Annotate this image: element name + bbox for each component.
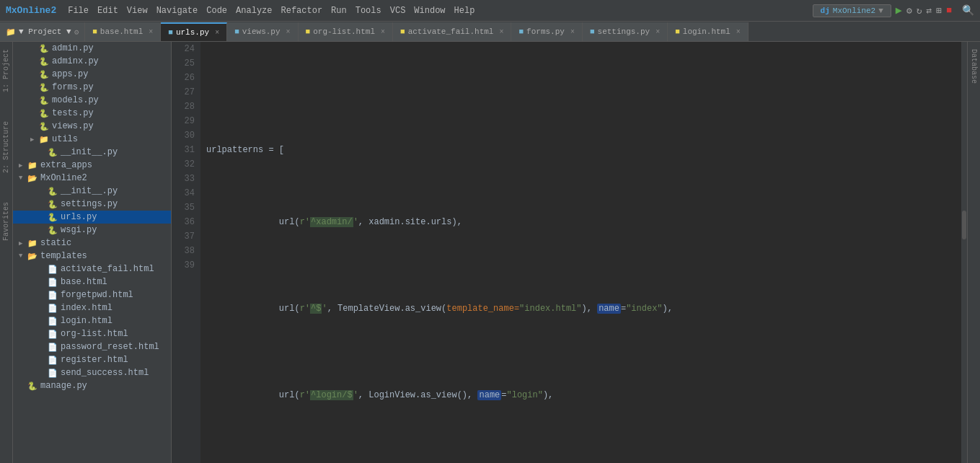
sidebar-item-forms-py[interactable]: 🐍 forms.py — [13, 81, 171, 94]
line-numbers: 24 25 26 27 28 29 30 31 32 33 34 35 36 3… — [172, 42, 200, 463]
project-selector[interactable]: dj MxOnline2 ▼ — [813, 4, 891, 17]
sidebar-label-adminx-py: adminx.py — [52, 56, 99, 66]
code-token: url( — [258, 390, 300, 400]
run-button[interactable]: ▶ — [896, 4, 902, 17]
sidebar-item-base-html[interactable]: 📄 base.html — [13, 275, 171, 288]
tab-base-html[interactable]: ■ base.html × — [85, 22, 161, 41]
menu-run[interactable]: Run — [331, 6, 347, 16]
sidebar-item-password-reset[interactable]: 📄 password_reset.html — [13, 340, 171, 353]
sidebar-label-admin-py: admin.py — [52, 43, 94, 53]
sidebar-label-base-html: base.html — [61, 277, 107, 287]
close-icon[interactable]: × — [655, 28, 660, 36]
sidebar-item-activate-fail[interactable]: 📄 activate_fail.html — [13, 263, 171, 275]
menu-tools[interactable]: Tools — [356, 6, 381, 16]
menu-analyze[interactable]: Analyze — [236, 6, 272, 16]
code-token: url( — [258, 304, 300, 314]
code-token: r'^login/$' — [300, 390, 358, 400]
settings-icon[interactable]: ⚙ — [906, 5, 912, 17]
sidebar-item-tests-py[interactable]: 🐍 tests.py — [13, 107, 171, 120]
tab-project-header[interactable]: 📁 ▼ Project ▼ ⚙ — [0, 22, 85, 41]
sync-icon[interactable]: ⇄ — [927, 5, 932, 17]
menu-navigate[interactable]: Navigate — [156, 6, 198, 16]
code-token: "index.html" — [519, 304, 581, 314]
close-icon[interactable]: × — [215, 29, 219, 37]
menu-code[interactable]: Code — [206, 6, 227, 16]
code-token: ), — [663, 304, 673, 314]
tab-urls-py[interactable]: ■ urls.py × — [161, 22, 227, 41]
menu-refactor[interactable]: Refactor — [281, 6, 323, 16]
left-panel-tabs: 1: Project 2: Structure Favorites — [0, 42, 13, 463]
code-line-26: url(r'^xadmin/', xadmin.site.urls), — [206, 200, 961, 244]
sidebar-item-init-utils[interactable]: 🐍 __init__.py — [13, 146, 171, 159]
left-tab-project[interactable]: 1: Project — [1, 42, 12, 100]
html-file-icon: 📄 — [48, 369, 58, 378]
sidebar-item-register-html[interactable]: 📄 register.html — [13, 353, 171, 366]
line-num-38: 38 — [177, 244, 195, 258]
code-editor[interactable]: urlpatterns = [ url(r'^xadmin/', xadmin.… — [200, 42, 961, 463]
sidebar: 🐍 admin.py 🐍 adminx.py 🐍 apps.py 🐍 forms… — [13, 42, 172, 463]
menu-view[interactable]: View — [127, 6, 148, 16]
sidebar-label-forms-py: forms.py — [52, 82, 94, 92]
close-icon[interactable]: × — [736, 28, 741, 36]
close-icon[interactable]: × — [149, 28, 153, 36]
sidebar-item-apps-py[interactable]: 🐍 apps.py — [13, 68, 171, 81]
sidebar-item-forgetpwd[interactable]: 📄 forgetpwd.html — [13, 288, 171, 301]
sidebar-item-models-py[interactable]: 🐍 models.py — [13, 94, 171, 107]
scrollbar-thumb[interactable] — [962, 211, 966, 239]
left-tab-structure[interactable]: 2: Structure — [1, 114, 12, 180]
code-token: r'^xadmin/' — [300, 217, 358, 227]
tab-label-org-list: org-list.html — [313, 27, 375, 36]
sidebar-item-wsgi-py[interactable]: 🐍 wsgi.py — [13, 224, 171, 237]
refresh-icon[interactable]: ↻ — [917, 5, 922, 17]
code-line-28: url(r'^login/$', LoginView.as_view(), na… — [206, 374, 961, 417]
code-container[interactable]: 24 25 26 27 28 29 30 31 32 33 34 35 36 3… — [172, 42, 967, 463]
sidebar-item-settings-py[interactable]: 🐍 settings.py — [13, 198, 171, 211]
vertical-scrollbar[interactable] — [961, 42, 967, 463]
sidebar-item-static[interactable]: ▶ 📁 static — [13, 237, 171, 250]
py-file-icon: 🐍 — [48, 148, 58, 157]
html-file-icon: 📄 — [48, 343, 58, 352]
close-icon[interactable]: × — [499, 28, 503, 36]
sidebar-item-adminx-py[interactable]: 🐍 adminx.py — [13, 55, 171, 68]
close-icon[interactable]: × — [381, 28, 385, 36]
menu-help[interactable]: Help — [454, 6, 475, 16]
code-token-name-hl: name — [477, 390, 501, 400]
sidebar-item-mxonline2[interactable]: ▼ 📂 MxOnline2 — [13, 172, 171, 185]
sidebar-item-templates[interactable]: ▼ 📂 templates — [13, 250, 171, 263]
code-token: , xadmin.site.urls), — [358, 217, 462, 227]
left-tab-favorites[interactable]: Favorites — [1, 195, 12, 248]
sidebar-item-init-mx[interactable]: 🐍 __init__.py — [13, 185, 171, 198]
sidebar-item-send-success[interactable]: 📄 send_success.html — [13, 366, 171, 379]
search-icon[interactable]: 🔍 — [962, 4, 974, 17]
sidebar-item-urls-py[interactable]: 🐍 urls.py — [13, 211, 171, 224]
close-icon[interactable]: × — [570, 28, 575, 36]
sidebar-item-manage-py[interactable]: 🐍 manage.py — [13, 379, 171, 392]
tab-org-list-html[interactable]: ■ org-list.html × — [299, 22, 393, 41]
code-token: urlpatterns = [ — [206, 145, 284, 155]
menu-edit[interactable]: Edit — [97, 6, 118, 16]
layout-icon[interactable]: ⊞ — [936, 5, 942, 17]
sidebar-item-org-list[interactable]: 📄 org-list.html — [13, 327, 171, 340]
tab-settings-py[interactable]: ■ settings.py × — [583, 22, 668, 41]
sidebar-label-activate-fail: activate_fail.html — [61, 264, 154, 274]
sidebar-item-views-py[interactable]: 🐍 views.py — [13, 120, 171, 133]
menu-file[interactable]: File — [68, 6, 89, 16]
menu-window[interactable]: Window — [414, 6, 445, 16]
tab-bar: 📁 ▼ Project ▼ ⚙ ■ base.html × ■ urls.py … — [0, 22, 980, 42]
tab-views-py[interactable]: ■ views.py × — [227, 22, 298, 41]
tab-login-html[interactable]: ■ login.html × — [668, 22, 749, 41]
arrow-icon: ▼ — [19, 252, 27, 260]
tab-forms-py[interactable]: ■ forms.py × — [511, 22, 582, 41]
tab-activate-fail[interactable]: ■ activate_fail.html × — [393, 22, 511, 41]
tab-label-login-html: login.html — [683, 27, 730, 36]
py-file-icon: 🐍 — [39, 83, 49, 92]
close-icon[interactable]: × — [286, 28, 291, 36]
menu-vcs[interactable]: VCS — [390, 6, 406, 16]
stop-icon[interactable]: ■ — [946, 5, 952, 16]
sidebar-item-extra-apps[interactable]: ▶ 📁 extra_apps — [13, 159, 171, 172]
sidebar-item-admin-py[interactable]: 🐍 admin.py — [13, 42, 171, 55]
sidebar-item-login-html[interactable]: 📄 login.html — [13, 314, 171, 327]
right-tab-database[interactable]: Database — [968, 42, 979, 91]
sidebar-item-utils[interactable]: ▶ 📁 utils — [13, 133, 171, 146]
sidebar-item-index-html[interactable]: 📄 index.html — [13, 301, 171, 314]
